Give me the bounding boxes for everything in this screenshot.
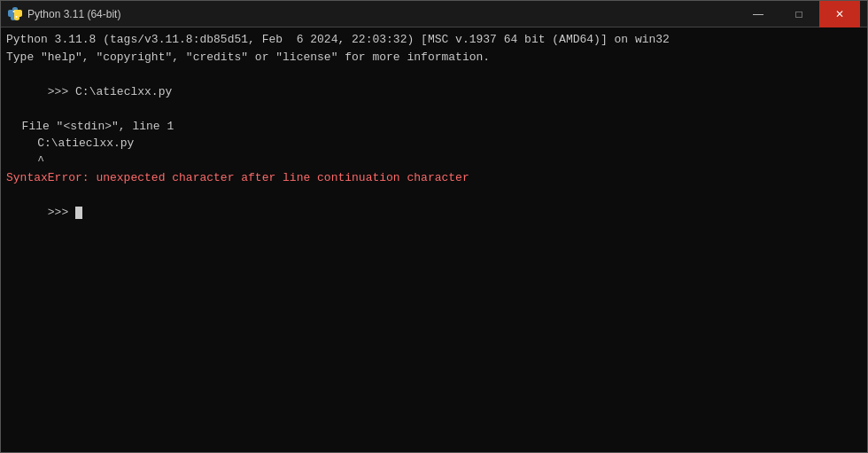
file-line: File "<stdin>", line 1: [6, 118, 862, 136]
error-line: SyntaxError: unexpected character after …: [6, 169, 862, 187]
python-icon: [8, 7, 22, 21]
svg-point-0: [13, 11, 15, 12]
minimize-button[interactable]: —: [738, 1, 779, 27]
window-title: Python 3.11 (64-bit): [27, 8, 120, 20]
terminal-body[interactable]: Python 3.11.8 (tags/v3.11.8:db85d51, Feb…: [1, 27, 867, 452]
title-bar-controls: — □ ✕: [738, 1, 860, 27]
close-button[interactable]: ✕: [819, 1, 860, 27]
info-line: Type "help", "copyright", "credits" or "…: [6, 49, 862, 66]
terminal-cursor: [75, 207, 82, 219]
continuation-prompt-symbol: >>>: [48, 206, 75, 219]
title-bar: Python 3.11 (64-bit) — □ ✕: [1, 1, 867, 27]
version-line: Python 3.11.8 (tags/v3.11.8:db85d51, Feb…: [6, 31, 862, 49]
continuation-prompt-line: >>>: [6, 187, 862, 239]
first-prompt-line: >>> C:\atieclxx.py: [6, 66, 862, 118]
prompt-symbol: >>>: [48, 85, 75, 98]
title-bar-left: Python 3.11 (64-bit): [8, 7, 120, 21]
window: Python 3.11 (64-bit) — □ ✕ Python 3.11.8…: [0, 0, 868, 453]
code-line: C:\atieclxx.py: [6, 135, 862, 152]
svg-point-1: [16, 16, 18, 18]
command-text: C:\atieclxx.py: [75, 85, 172, 98]
maximize-button[interactable]: □: [779, 1, 819, 27]
caret-line: ^: [6, 152, 862, 170]
